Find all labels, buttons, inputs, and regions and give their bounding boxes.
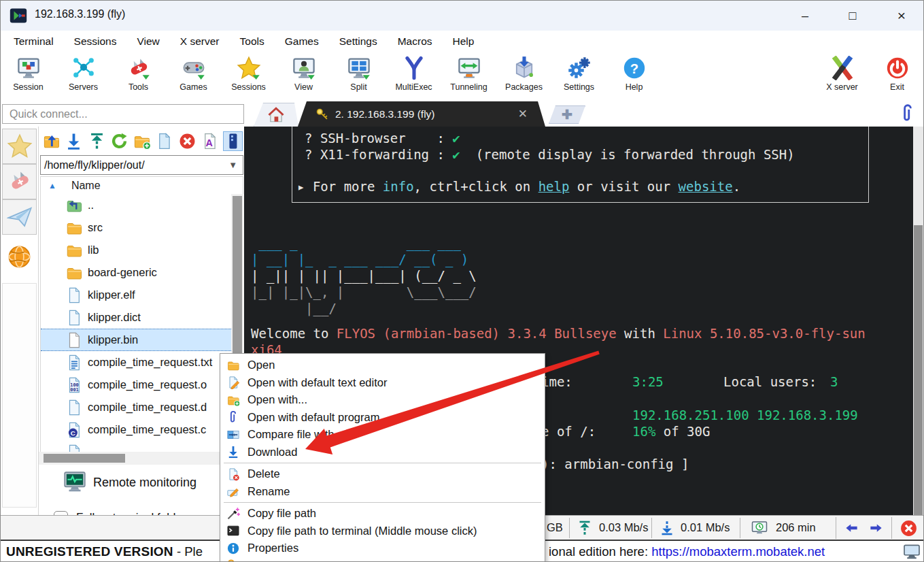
toolbar-tunneling-button[interactable]: Tunneling [441, 52, 496, 101]
home-tab[interactable] [254, 103, 298, 127]
file-list-header[interactable]: ▲ Name [40, 176, 243, 194]
toolbar-servers-button[interactable]: Servers [56, 52, 111, 101]
go-up-folder-icon[interactable] [42, 131, 61, 151]
sidebar-tools-button[interactable] [2, 164, 37, 199]
file-icon [65, 444, 83, 452]
menu-sessions[interactable]: Sessions [64, 32, 127, 51]
toolbar-help-button[interactable]: ?Help [606, 52, 662, 101]
file-row-klipper-dict[interactable]: klipper.dict [41, 306, 231, 329]
terminal-scrollbar[interactable] [913, 127, 923, 515]
context-menu-open-with[interactable]: Open with... [220, 391, 545, 409]
minimize-button[interactable]: – [789, 5, 821, 27]
edition-text: ional edition here: https://mobaxterm.mo… [549, 544, 825, 559]
menu-item-label: Download [247, 446, 297, 459]
menu-terminal[interactable]: Terminal [3, 32, 64, 51]
maximize-button[interactable]: □ [837, 5, 868, 27]
toolbar-settings-button[interactable]: Settings [551, 52, 606, 101]
toolbar-label: Help [626, 82, 643, 92]
new-file-icon[interactable] [155, 131, 174, 151]
paperclip-icon[interactable] [898, 103, 917, 124]
new-folder-icon[interactable] [133, 131, 152, 151]
context-menu-open-with-default-program[interactable]: Open with default program... [220, 409, 545, 427]
monitor-icon [902, 543, 921, 561]
quick-connect-input[interactable] [2, 104, 244, 124]
toolbar-packages-button[interactable]: Packages [496, 52, 551, 101]
mobatek-link[interactable]: https://mobaxterm.mobatek.net [651, 544, 825, 559]
tab-active-session[interactable]: 2. 192.168.3.199 (fly) ✕ [298, 101, 545, 127]
chevron-down-icon[interactable]: ▼ [228, 160, 243, 170]
file-row-lib[interactable]: lib [41, 239, 231, 261]
upload-icon[interactable] [87, 131, 106, 151]
arrow-right-icon[interactable] [868, 521, 885, 535]
context-menu-copy-file-path[interactable]: Copy file path [220, 505, 545, 523]
toolbar-multiexec-button[interactable]: MultiExec [386, 52, 441, 101]
terminal-line: |_| |_|\_, | \___\___/ [251, 284, 477, 300]
file-row-klipper-bin[interactable]: klipper.bin [41, 329, 231, 351]
arrow-left-icon[interactable] [843, 521, 860, 535]
context-menu-delete[interactable]: Delete [220, 465, 545, 483]
close-button[interactable]: × [886, 5, 917, 27]
file-name: compile_time_request.o [88, 378, 207, 391]
globe-icon[interactable] [7, 244, 32, 269]
file-row-board-generic[interactable]: board-generic [41, 261, 231, 284]
download-icon[interactable] [65, 131, 84, 151]
toolbar-exit-button[interactable]: Exit [870, 52, 924, 101]
menu-help[interactable]: Help [443, 32, 485, 51]
toolbar-split-button[interactable]: Split [331, 52, 386, 101]
title-bar: 192.168.3.199 (fly) – □ × [1, 1, 924, 31]
file-row[interactable] [41, 441, 231, 452]
file-list-hscrollbar[interactable] [39, 452, 245, 465]
terminal-line: e of /: [541, 423, 596, 440]
context-menu-permissions[interactable]: Permissions [220, 557, 545, 562]
context-menu-properties[interactable]: Properties [220, 540, 545, 557]
refresh-icon[interactable] [109, 131, 129, 151]
toolbar-x-server-button[interactable]: X server [815, 52, 870, 101]
sidebar-macros-button[interactable] [2, 199, 37, 235]
delete-icon[interactable] [177, 131, 196, 151]
ram-usage-fragment: GB [547, 521, 563, 534]
tab-close-icon[interactable]: ✕ [518, 107, 528, 121]
terminal-scroll-thumb[interactable] [914, 225, 923, 515]
context-menu-compare-file-with[interactable]: Compare file with... [220, 426, 545, 444]
app-logo-icon [9, 7, 28, 24]
toolbar-tools-button[interactable]: Tools [111, 52, 166, 101]
toolbar-sessions-button[interactable]: Sessions [221, 52, 276, 101]
menu-x-server[interactable]: X server [170, 32, 230, 51]
settings-icon [567, 56, 592, 80]
menu-separator [224, 502, 541, 503]
file-row-compile-time-request-txt[interactable]: compile_time_request.txt [41, 351, 231, 374]
close-session-button[interactable] [891, 517, 924, 539]
remote-monitoring-bar[interactable]: Remote monitoring [39, 467, 245, 498]
context-menu-download[interactable]: Download [220, 444, 545, 461]
file-row--[interactable]: .. [41, 194, 231, 216]
file-row-compile-time-request-d[interactable]: compile_time_request.d [41, 396, 231, 418]
file-icon [65, 309, 83, 327]
menu-view[interactable]: View [126, 32, 169, 51]
permissions-icon [226, 559, 240, 562]
menu-tools[interactable]: Tools [230, 32, 275, 51]
rename-a-icon[interactable]: A [200, 131, 219, 151]
file-row-klipper-elf[interactable]: klipper.elf [41, 284, 231, 306]
menu-games[interactable]: Games [275, 32, 329, 51]
terminal-line: 192.168.251.100 192.168.3.199 [632, 407, 858, 423]
toolbar-session-button[interactable]: Session [1, 52, 56, 101]
context-menu-copy-file-path-to-terminal-middle-mouse-click[interactable]: Copy file path to terminal (Middle mouse… [220, 523, 545, 540]
file-row-compile-time-request-o[interactable]: 100001compile_time_request.o [41, 374, 231, 396]
file-name: board-generic [88, 266, 157, 279]
separator [651, 518, 652, 538]
context-menu-rename[interactable]: Rename [220, 483, 545, 501]
menu-settings[interactable]: Settings [329, 32, 388, 51]
context-menu-open[interactable]: Open [220, 357, 545, 374]
menu-macros[interactable]: Macros [388, 32, 443, 51]
menu-item-label: Open with default text editor [247, 376, 387, 389]
toolbar-games-button[interactable]: Games [166, 52, 221, 101]
new-tab-button[interactable]: ✚ [549, 105, 585, 124]
file-row-compile-time-request-c[interactable]: Ccompile_time_request.c [41, 418, 231, 441]
toolbar-view-button[interactable]: View [276, 52, 331, 101]
sidebar-sessions-button[interactable] [2, 129, 37, 164]
panel-toggle-icon[interactable] [223, 131, 243, 151]
file-row-src[interactable]: src [41, 216, 231, 239]
hscroll-thumb[interactable] [44, 454, 125, 463]
path-combobox[interactable]: /home/fly/klipper/out/ ▼ [40, 155, 243, 175]
context-menu-open-with-default-text-editor[interactable]: Open with default text editor [220, 374, 545, 392]
